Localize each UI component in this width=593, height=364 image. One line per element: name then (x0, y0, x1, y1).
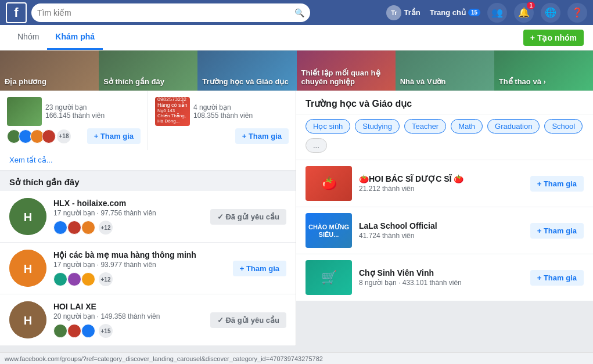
top-card-1: 23 người bạn 166.145 thành viên +18 + T (0, 91, 148, 150)
tag-more[interactable]: ... (306, 138, 327, 153)
right-join-button-2[interactable]: + Tham gia (530, 223, 584, 239)
tag-school[interactable]: School (544, 119, 583, 134)
friends-icon[interactable]: 👥 (487, 3, 507, 23)
sub-navigation: Nhóm Khám phá + Tạo nhóm (0, 25, 593, 51)
m-av-3c (81, 324, 95, 338)
g3-plus: +15 (99, 324, 113, 338)
group-meta-2: 17 người bạn · 93.977 thành viên (53, 261, 226, 269)
group-avatar-1: H (9, 198, 46, 235)
m-av-1c (81, 221, 95, 235)
top-cards-section: 23 người bạn 166.145 thành viên +18 + T (0, 91, 296, 171)
category-label-2: Sở thích gần đây (103, 77, 164, 86)
group-info-3: HOI LAI XE 20 người bạn · 149.358 thành … (53, 302, 203, 338)
right-group-thumb-1: 🍅 (306, 166, 352, 201)
left-see-all-top[interactable]: Xem tất cả... (0, 150, 296, 171)
top-card-2-info: 4 người bạn 108.355 thành viên (193, 103, 253, 120)
right-group-info-3: Chợ Sinh Viên Vinh 8 người bạn · 433.101… (359, 268, 523, 287)
globe-icon-symbol: 🌐 (545, 7, 556, 18)
m-av-3b (67, 324, 81, 338)
category-dia-phuong[interactable]: Địa phương (0, 51, 99, 91)
category-label-6: Thể thao và › (499, 77, 546, 86)
tab-kham-pha[interactable]: Khám phá (47, 25, 103, 50)
search-icon: 🔍 (294, 8, 304, 17)
left-section-header: Sở thích gần đây (0, 171, 296, 191)
search-input[interactable] (37, 8, 294, 17)
group-sent-button-3[interactable]: ✓ Đã gửi yêu cầu (210, 312, 286, 328)
tag-studying[interactable]: Studying (355, 119, 400, 134)
category-the-thao[interactable]: Thể thao và › (494, 51, 593, 91)
category-nha-vuon[interactable]: Nhà và Vườn (396, 51, 494, 91)
svg-text:H: H (24, 262, 32, 275)
right-group-name-2: LaLa School Official (359, 221, 523, 230)
right-join-button-3[interactable]: + Tham gia (530, 270, 584, 286)
tag-math[interactable]: Math (451, 119, 483, 134)
help-icon[interactable]: ❓ (567, 3, 587, 23)
top-card-2-friends: 4 người bạn (193, 103, 253, 111)
group-card-1: H HLX - hoilaixe.com 17 người bạn · 97.7… (0, 191, 296, 243)
globe-icon[interactable]: 🌐 (541, 3, 560, 23)
svg-text:H: H (24, 314, 32, 327)
card2-join-button[interactable]: + Tham gia (235, 128, 289, 144)
trang-chu-nav[interactable]: Trang chủ 15 (430, 8, 480, 17)
create-group-button[interactable]: + Tạo nhóm (523, 30, 584, 46)
top-card-1-info: 23 người bạn 166.145 thành viên (45, 103, 105, 120)
notification-icon[interactable]: 🔔 1 (514, 3, 534, 23)
right-group-icon-2: CHÀO MỪNG SIÊU... (306, 213, 352, 248)
card2-hang: Hàng có sẵn (157, 102, 188, 108)
category-banner: Địa phương Sở thích gần đây Trường học v… (0, 51, 593, 91)
group-meta-3: 20 người bạn · 149.358 thành viên (53, 312, 203, 320)
m-av-2b (67, 272, 81, 286)
m-av-2c (81, 272, 95, 286)
category-label-1: Địa phương (5, 77, 46, 86)
category-truong-hoc[interactable]: Trường học và Giáo dục (197, 51, 296, 91)
category-label-5: Nhà và Vườn (400, 77, 446, 86)
right-group-name-3: Chợ Sinh Viên Vinh (359, 268, 523, 277)
group-members-2: +12 (53, 272, 226, 286)
card2-address: Ngõ 143 Chiến Thắng, Hà Đông... (157, 108, 188, 124)
notification-badge: 1 (527, 2, 535, 9)
top-card-1-members: 166.145 thành viên (45, 111, 105, 120)
svg-text:H: H (24, 211, 32, 224)
group-join-button-2[interactable]: + Tham gia (233, 261, 286, 276)
top-card-1-thumb (7, 97, 42, 126)
top-card-1-friends: 23 người bạn (45, 103, 105, 111)
card1-join-button[interactable]: + Tham gia (87, 128, 141, 144)
group-sent-button-1[interactable]: ✓ Đã gửi yêu cầu (210, 209, 286, 225)
card2-zalo: Zalo 0982573232 (157, 91, 188, 102)
right-group-meta-3: 8 người bạn · 433.101 thành viên (359, 279, 523, 287)
tags-row: Học sinh Studying Teacher Math Graduatio… (296, 114, 593, 160)
tag-hoc-sinh[interactable]: Học sinh (306, 119, 350, 134)
right-group-meta-2: 41.724 thành viên (359, 232, 523, 240)
group-info-2: Hội các bà mẹ mua hàng thông minh 17 ngư… (53, 250, 226, 286)
group-members-1: +12 (53, 221, 203, 235)
category-label-4: Thiết lập mối quan hệ chuyên nghiệp (301, 69, 391, 86)
m-av-3a (53, 324, 67, 338)
right-join-button-1[interactable]: + Tham gia (530, 176, 584, 192)
group-name-1: HLX - hoilaixe.com (53, 199, 203, 208)
top-navigation: f 🔍 Tr Trần Trang chủ 15 👥 🔔 1 🌐 ❓ (0, 0, 593, 25)
top-card-2-members: 108.355 thành viên (193, 111, 253, 120)
user-name-nav[interactable]: Tr Trần (386, 5, 420, 20)
right-group-card-1: 🍅 🍅HOI BÁC SĨ DƯỢC SĨ 🍅 21.212 thành viê… (296, 160, 593, 207)
right-group-card-3: 🛒 Chợ Sinh Viên Vinh 8 người bạn · 433.1… (296, 254, 593, 301)
group-info-1: HLX - hoilaixe.com 17 người bạn · 97.756… (53, 199, 203, 235)
category-so-thich[interactable]: Sở thích gần đây (99, 51, 197, 91)
group-members-3: +15 (53, 324, 203, 338)
trang-chu-badge: 15 (468, 9, 480, 16)
friends-icon-symbol: 👥 (491, 7, 503, 18)
right-section-header: Trường học và Giáo dục (296, 91, 593, 114)
member-av-4 (42, 129, 56, 143)
group-card-3: H HOI LAI XE 20 người bạn · 149.358 thàn… (0, 294, 296, 346)
tag-teacher[interactable]: Teacher (404, 119, 446, 134)
group-meta-1: 17 người bạn · 97.756 thành viên (53, 209, 203, 217)
trang-chu-label: Trang chủ (430, 8, 466, 17)
main-content: 23 người bạn 166.145 thành viên +18 + T (0, 91, 593, 346)
right-group-info-1: 🍅HOI BÁC SĨ DƯỢC SĨ 🍅 21.212 thành viên (359, 174, 523, 193)
category-thiet-lap[interactable]: Thiết lập mối quan hệ chuyên nghiệp (297, 51, 396, 91)
card1-plus: +18 (57, 129, 71, 143)
group-name-2: Hội các bà mẹ mua hàng thông minh (53, 250, 226, 260)
tab-nhom[interactable]: Nhóm (9, 25, 47, 50)
card1-avatar-stack: +18 (7, 129, 71, 143)
tag-graduation[interactable]: Graduation (487, 119, 540, 134)
top-card-2: Zalo 0982573232 Hàng có sẵn Ngõ 143 Chiế… (148, 91, 296, 150)
